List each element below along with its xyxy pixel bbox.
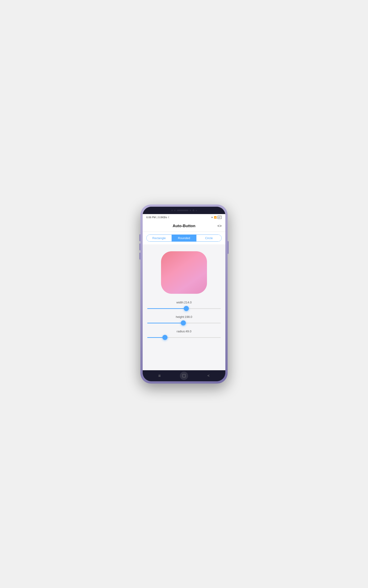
tab-rectangle[interactable]: Rectangle: [147, 235, 172, 241]
height-control-group: height:198.0: [147, 315, 221, 325]
radius-thumb[interactable]: [162, 335, 167, 340]
top-notch: [143, 207, 225, 214]
height-label: height:198.0: [147, 315, 221, 319]
tab-circle[interactable]: Circle: [196, 235, 221, 241]
status-left: 6:06 PM | 0.0KB/s ☾: [146, 216, 170, 219]
width-label: width:214.0: [147, 301, 221, 304]
radius-slider[interactable]: [147, 335, 221, 340]
home-icon-container: [180, 372, 188, 380]
page-title: Auto-Button: [173, 224, 195, 228]
camera-dot: [171, 210, 173, 211]
status-separator: |: [157, 216, 157, 219]
speaker: [177, 210, 188, 211]
sensor-dot: [174, 210, 175, 211]
height-track-fill: [147, 323, 183, 323]
app-header: Auto-Button <>: [143, 220, 225, 232]
menu-icon: ≡: [158, 374, 161, 378]
bottom-nav: ≡ <: [143, 370, 225, 381]
network-speed: 0.0KB/s: [158, 216, 167, 219]
status-right: ✈ 📶 67: [211, 216, 222, 219]
back-icon: <: [207, 374, 210, 378]
code-icon[interactable]: <>: [217, 224, 222, 228]
phone-screen: 6:06 PM | 0.0KB/s ☾ ✈ 📶 67 Auto-Button <…: [143, 207, 225, 381]
controls-area: width:214.0 height:198.0: [143, 298, 225, 349]
width-thumb[interactable]: [184, 306, 189, 311]
home-icon: [182, 374, 186, 377]
front-camera: [193, 210, 194, 211]
radius-label: radius:49.0: [147, 330, 221, 333]
tab-rounded[interactable]: Rounded: [172, 235, 197, 241]
signal-icon: ✈: [211, 216, 213, 219]
tab-group: Rectangle Rounded Circle: [146, 235, 222, 242]
phone-frame: 6:06 PM | 0.0KB/s ☾ ✈ 📶 67 Auto-Button <…: [140, 204, 228, 384]
height-slider[interactable]: [147, 321, 221, 325]
tabs-container: Rectangle Rounded Circle: [143, 232, 225, 244]
screen-content: 6:06 PM | 0.0KB/s ☾ ✈ 📶 67 Auto-Button <…: [143, 214, 225, 370]
time-display: 6:06 PM: [146, 216, 156, 219]
wifi-icon: 📶: [214, 216, 217, 219]
button-preview[interactable]: [161, 251, 207, 294]
preview-area: [143, 244, 225, 298]
height-thumb[interactable]: [181, 321, 186, 325]
radius-control-group: radius:49.0: [147, 330, 221, 340]
width-control-group: width:214.0: [147, 301, 221, 311]
home-button[interactable]: [179, 371, 189, 380]
menu-button[interactable]: ≡: [155, 371, 164, 380]
flash-dot: [196, 210, 197, 211]
app-content: Auto-Button <> Rectangle Rounded Circle: [143, 220, 225, 370]
sensor-dot2: [190, 210, 191, 211]
back-button[interactable]: <: [204, 371, 213, 380]
width-track-fill: [147, 308, 186, 309]
width-slider[interactable]: [147, 306, 221, 311]
battery-icon: 67: [218, 216, 222, 219]
moon-icon: ☾: [168, 216, 170, 219]
status-bar: 6:06 PM | 0.0KB/s ☾ ✈ 📶 67: [143, 214, 225, 220]
